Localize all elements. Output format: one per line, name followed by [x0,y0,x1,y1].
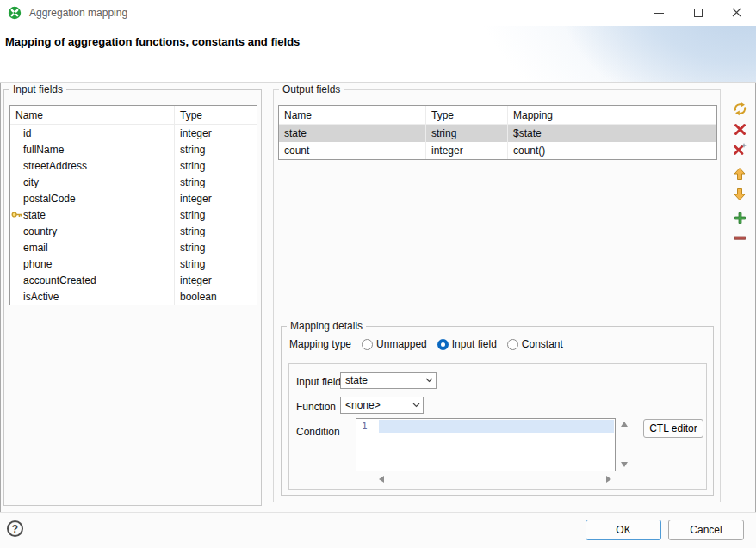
input-field-combobox-value: state [341,374,422,386]
chevron-down-icon [409,403,423,408]
field-type: integer [174,272,257,288]
radio-input-field[interactable]: Input field [437,338,497,350]
function-combobox[interactable]: <none> [340,397,424,414]
field-type: string [174,256,257,272]
input-fields-group: Input fields Name Type id integer fullNa… [3,89,262,506]
minus-icon [734,231,747,247]
radio-input-field-icon [437,339,449,350]
field-type: integer [174,190,257,206]
table-row[interactable]: country string [10,223,257,239]
field-name: state [10,206,174,223]
radio-input-field-label: Input field [452,338,497,350]
field-name: isActive [10,288,174,305]
move-up-button[interactable] [731,166,748,183]
help-button[interactable]: ? [7,520,23,537]
radio-constant[interactable]: Constant [507,338,563,350]
delete-all-button[interactable] [731,142,748,159]
window-controls [640,0,756,26]
field-name: email [10,239,174,256]
key-icon [11,209,22,223]
titlebar: Aggregation mapping [0,0,756,26]
ok-button[interactable]: OK [586,520,661,540]
column-header-name[interactable]: Name [279,106,425,124]
button-bar: ? OK Cancel [0,512,756,548]
condition-label: Condition [296,426,340,438]
close-button[interactable] [717,0,756,26]
aggregation-mapping-dialog: Aggregation mapping Mapping of aggregati… [0,0,756,548]
field-type: string [174,174,257,190]
input-table-header: Name Type [10,106,257,125]
scroll-up-icon[interactable] [621,422,628,427]
delete-button[interactable] [731,122,748,139]
field-type: boolean [174,288,257,305]
column-header-type[interactable]: Type [425,106,507,124]
minimize-icon [654,13,664,14]
table-row[interactable]: count integer count() [279,142,716,159]
column-header-mapping[interactable]: Mapping [507,106,716,124]
move-down-button[interactable] [731,187,748,204]
field-name: postalCode [10,190,174,206]
table-row[interactable]: isActive boolean [10,288,257,305]
add-field-button[interactable] [731,211,748,228]
table-row[interactable]: city string [10,174,257,190]
field-name: phone [10,256,174,272]
function-label: Function [296,401,336,413]
condition-editor[interactable]: 1 [356,418,616,471]
arrow-down-icon [733,188,747,204]
ctl-editor-button[interactable]: CTL editor [643,419,703,438]
table-row[interactable]: accountCreated integer [10,272,257,288]
scroll-left-icon[interactable] [379,476,384,483]
radio-constant-icon [507,339,518,350]
table-row[interactable]: postalCode integer [10,190,257,206]
mapping-type-row: Mapping type Unmapped Input field Consta… [289,337,563,351]
delete-x-icon [734,123,747,139]
scroll-down-icon[interactable] [621,462,628,467]
field-type: string [174,141,257,157]
field-type: integer [425,142,507,159]
mapping-type-label: Mapping type [289,338,351,350]
table-row-selected[interactable]: state string $state [279,125,716,142]
table-row[interactable]: phone string [10,256,257,272]
chevron-down-icon [422,378,436,383]
field-type: string [174,223,257,239]
column-header-name[interactable]: Name [10,106,174,124]
radio-unmapped-label: Unmapped [376,338,427,350]
input-field-label: Input field [296,376,341,388]
table-row[interactable]: fullName string [10,141,257,157]
field-name: accountCreated [10,272,174,288]
arrow-up-icon [733,167,747,183]
field-name: country [10,223,174,239]
table-row[interactable]: email string [10,239,257,256]
refresh-icon [733,102,747,119]
dialog-subtitle: Mapping of aggregation functions, consta… [5,35,300,48]
radio-unmapped-icon [362,339,373,350]
maximize-button[interactable] [679,0,717,26]
field-type: string [174,239,257,256]
delete-all-icon [733,142,747,159]
output-fields-group-label: Output fields [279,83,344,95]
field-mapping: $state [507,125,716,142]
window-title: Aggregation mapping [29,7,127,19]
minimize-button[interactable] [640,0,679,26]
field-type: string [174,206,257,223]
remove-field-button[interactable] [731,231,748,248]
field-name: fullName [10,141,174,157]
refresh-mapping-button[interactable] [731,102,748,119]
function-combobox-value: <none> [341,399,409,411]
current-line-highlight [379,420,614,433]
table-row[interactable]: id integer [10,125,257,141]
scroll-right-icon[interactable] [606,476,611,483]
input-field-combobox[interactable]: state [340,372,437,389]
app-logo-icon [8,6,22,20]
cancel-button[interactable]: Cancel [668,520,744,540]
table-row[interactable]: streetAddress string [10,157,257,174]
radio-unmapped[interactable]: Unmapped [362,338,427,350]
radio-constant-label: Constant [522,338,563,350]
table-row-key-field[interactable]: state string [10,206,257,223]
field-name: city [10,174,174,190]
field-name: id [10,125,174,141]
field-mapping: count() [507,142,716,159]
condition-editor-content[interactable] [379,419,615,471]
mapping-detail-panel: Input field state Function <none> Condit… [288,363,707,490]
column-header-type[interactable]: Type [174,106,257,124]
